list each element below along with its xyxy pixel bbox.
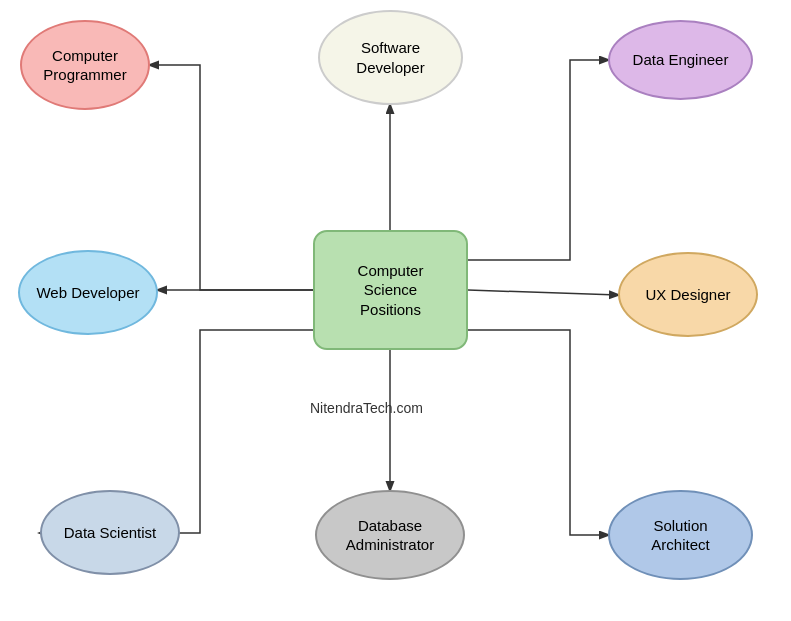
watermark: NitendraTech.com [310, 400, 423, 416]
diagram-container: ComputerProgrammer SoftwareDeveloper Dat… [0, 0, 791, 621]
node-software-developer: SoftwareDeveloper [318, 10, 463, 105]
node-ux-designer: UX Designer [618, 252, 758, 337]
node-data-scientist: Data Scientist [40, 490, 180, 575]
node-web-developer: Web Developer [18, 250, 158, 335]
node-computer-programmer: ComputerProgrammer [20, 20, 150, 110]
node-data-engineer: Data Engineer [608, 20, 753, 100]
node-solution-architect: SolutionArchitect [608, 490, 753, 580]
svg-line-2 [468, 290, 618, 295]
node-database-admin: DatabaseAdministrator [315, 490, 465, 580]
node-center: ComputerSciencePositions [313, 230, 468, 350]
